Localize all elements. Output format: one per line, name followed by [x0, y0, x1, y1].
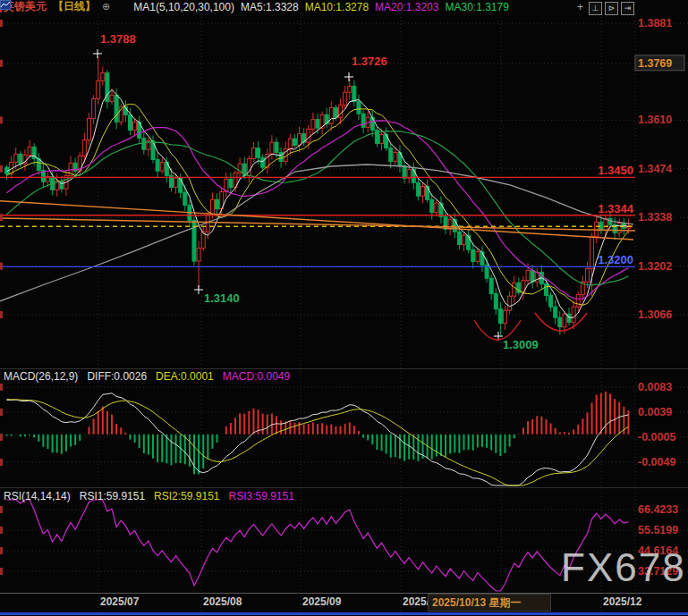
rsi-header: RSI(14,14,14) RSI1:59.9151 RSI2:59.9151 …	[4, 490, 294, 502]
rsi-area[interactable]	[0, 499, 635, 592]
bottom-blue-bar	[0, 612, 688, 615]
axis-label: 55.5199	[638, 524, 678, 536]
rsi-divider	[0, 487, 688, 488]
scale-y-axis-icon[interactable]: ⊥	[589, 2, 602, 15]
axis-label: 1.3066	[638, 308, 672, 321]
date-axis: 1 2025/10/13 星期一 2025/072025/082025/0920…	[0, 594, 688, 612]
axis-label: -0.0049	[638, 456, 675, 468]
chart-toolbar: + ⊥ ⊳ ⇥	[574, 2, 634, 15]
shift-right-icon[interactable]: ⇥	[621, 2, 634, 15]
ma20-value: MA20:1.3203	[375, 1, 438, 13]
fx678-watermark: FX678	[561, 545, 686, 590]
macd-value: MACD:0.0049	[223, 370, 290, 383]
axis-label: 0.0083	[638, 381, 672, 393]
macd-dea-value: DEA:0.0001	[156, 370, 214, 383]
ma-settings-label: MA1(5,10,20,30,100)	[133, 1, 234, 13]
trading-chart-window: 英镑美元 【日线】 ⊕ MA1(5,10,20,30,100) MA5:1.33…	[0, 0, 688, 616]
ma30-value: MA30:1.3179	[445, 1, 508, 13]
axis-label: 66.4233	[638, 503, 678, 516]
macd-divider	[0, 368, 688, 369]
ma5-value: MA5:1.3328	[241, 1, 299, 13]
macd-settings-label: MACD(26,12,9)	[4, 370, 78, 383]
rsi3-value: RSI3:59.9151	[229, 490, 294, 502]
month-label: 2025/12	[603, 595, 641, 608]
macd-header: MACD(26,12,9) DIFF:0.0026 DEA:0.0001 MAC…	[4, 370, 290, 383]
period-label: 【日线】	[53, 0, 96, 14]
macd-diff-value: DIFF:0.0026	[87, 370, 147, 383]
rsi2-value: RSI2:59.9151	[154, 490, 219, 502]
axis-label: -0.0005	[638, 431, 675, 443]
pan-icon[interactable]: +	[574, 2, 586, 13]
month-label: 2025/09	[302, 595, 341, 608]
month-label: 2025/08	[203, 595, 242, 608]
axis-label: 1.3769	[638, 57, 672, 70]
axis-label: 0.0039	[638, 406, 672, 418]
scale-x-axis-icon[interactable]: ⊳	[605, 2, 618, 15]
axis-label: 1.3338	[638, 211, 672, 224]
macd-area[interactable]	[0, 376, 635, 487]
add-indicator-icon[interactable]: ⊕	[102, 1, 110, 13]
chart-type-icon[interactable]	[116, 2, 127, 12]
main-chart-area[interactable]	[0, 13, 635, 367]
axis-label: 1.3202	[638, 260, 672, 273]
axis-label: 1.3474	[638, 163, 672, 175]
ma10-value: MA10:1.3278	[305, 1, 369, 13]
rsi1-value: RSI1:59.9151	[80, 490, 145, 502]
axis-label: 1.3610	[638, 114, 672, 126]
axis-label: 1.3881	[638, 17, 672, 30]
rsi-settings-label: RSI(14,14,14)	[4, 490, 71, 502]
crosshair-date-box: 2025/10/13 星期一	[428, 594, 551, 612]
month-label: 2025/07	[100, 595, 139, 608]
